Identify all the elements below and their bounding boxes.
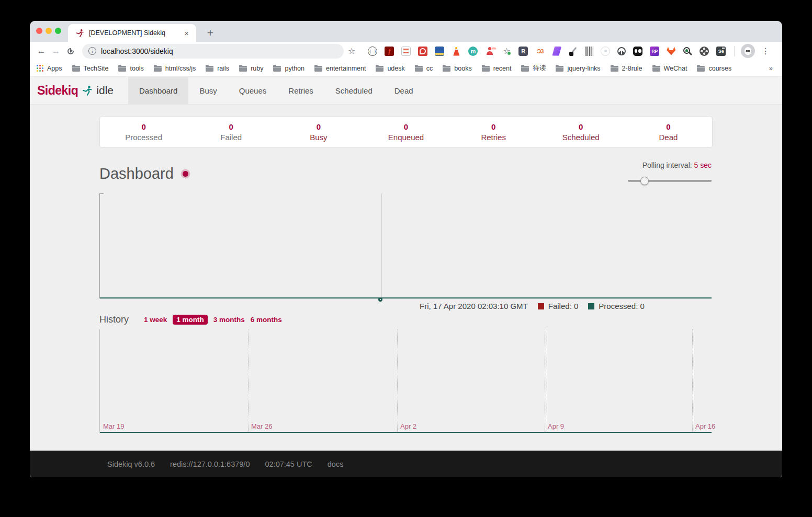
bookmark-folder-tools[interactable]: tools <box>118 65 143 72</box>
stat-dead[interactable]: 0 Dead <box>625 117 712 147</box>
sync-extension-icon[interactable] <box>617 47 626 55</box>
sidekiq-logo-text: Sidekiq <box>37 84 78 98</box>
bookmark-folder-wechat[interactable]: WeChat <box>652 65 687 72</box>
search-person-extension-icon[interactable] <box>683 47 692 56</box>
stat-label[interactable]: Retries <box>481 133 506 142</box>
bookmark-folder-cc[interactable]: cc <box>415 65 433 72</box>
range-1-week[interactable]: 1 week <box>144 316 167 324</box>
bookmark-apps[interactable]: Apps <box>37 65 62 72</box>
bookmark-folder-jquery-links[interactable]: jquery-links <box>556 65 600 72</box>
lighthouse-extension-icon[interactable] <box>452 47 461 56</box>
realtime-chart[interactable] <box>99 193 712 298</box>
tab-busy[interactable]: Busy <box>188 77 228 104</box>
tab-close-icon[interactable]: × <box>182 29 191 38</box>
sidekiq-brand-link[interactable]: Sidekiq idle <box>30 77 121 104</box>
film-reel-extension-icon[interactable] <box>700 47 709 56</box>
forward-icon[interactable]: → <box>49 44 63 59</box>
reload-icon[interactable] <box>63 44 78 59</box>
bookmark-folder-techsite[interactable]: TechSite <box>72 65 109 72</box>
folder-icon <box>652 66 660 72</box>
new-tab-button[interactable]: + <box>202 25 218 41</box>
browser-window: [DEVELOPMENT] Sidekiq × + ← → i localhos… <box>30 21 782 477</box>
stat-label[interactable]: Enqueued <box>388 133 424 142</box>
rp-extension-icon[interactable]: RP <box>650 47 659 56</box>
stat-label[interactable]: Busy <box>310 133 327 142</box>
barcode-extension-icon[interactable] <box>585 47 593 56</box>
window-zoom-button[interactable] <box>55 28 61 34</box>
stat-value: 0 <box>229 122 233 131</box>
bookmark-folder-python[interactable]: python <box>273 65 304 72</box>
bookmark-star-icon[interactable]: ☆ <box>348 46 355 56</box>
browser-menu-icon[interactable]: ⋮ <box>761 46 770 56</box>
bookmark-folder-courses[interactable]: courses <box>697 65 731 72</box>
gitlab-extension-icon[interactable] <box>667 47 675 55</box>
stat-label[interactable]: Dead <box>659 133 678 142</box>
bookmark-folder-ruby[interactable]: ruby <box>239 65 263 72</box>
stat-enqueued[interactable]: 0 Enqueued <box>362 117 449 147</box>
bookmark-folder-28rule[interactable]: 2-8rule <box>611 65 642 72</box>
window-close-button[interactable] <box>36 28 42 34</box>
bookmarks-overflow-icon[interactable]: » <box>769 64 773 72</box>
bookmark-label: books <box>454 65 471 72</box>
reader-extension-icon[interactable] <box>401 47 411 56</box>
footer-docs-link[interactable]: docs <box>328 460 344 468</box>
window-minimize-button[interactable] <box>46 28 52 34</box>
bookmark-label: rails <box>217 65 229 72</box>
bookmark-folder-daidu[interactable]: 待读 <box>521 64 546 73</box>
tab-scheduled[interactable]: Scheduled <box>324 77 384 104</box>
bookmark-label: 待读 <box>533 64 546 73</box>
bookmark-folder-entertainment[interactable]: entertainment <box>314 65 366 72</box>
live-beacon-icon <box>183 171 188 177</box>
purple-tag-extension-icon[interactable] <box>552 47 561 56</box>
slider-thumb[interactable] <box>640 177 649 185</box>
bookmark-folder-rails[interactable]: rails <box>206 65 229 72</box>
range-1-month[interactable]: 1 month <box>173 315 208 325</box>
dashboard-heading-row: Dashboard <box>99 165 188 182</box>
folder-icon <box>239 66 247 72</box>
bookmark-folder-udesk[interactable]: udesk <box>376 65 404 72</box>
stat-value: 0 <box>317 122 321 131</box>
brush-ink-extension-icon[interactable] <box>569 47 578 56</box>
back-icon[interactable]: ← <box>34 44 49 59</box>
toolbar-divider <box>734 46 735 56</box>
medium-extension-icon[interactable]: m <box>468 47 478 56</box>
bookmark-folder-recent[interactable]: recent <box>482 65 512 72</box>
flash-extension-icon[interactable]: f <box>385 47 394 56</box>
profile-avatar[interactable] <box>741 44 755 58</box>
tab-dead[interactable]: Dead <box>384 77 424 104</box>
red-app-extension-icon[interactable] <box>418 47 427 56</box>
site-info-icon[interactable]: i <box>88 47 96 55</box>
screenshot-extension-icon[interactable] <box>435 47 444 56</box>
range-6-months[interactable]: 6 months <box>251 316 282 324</box>
bookmark-folder-htmlcssjs[interactable]: html/css/js <box>154 65 196 72</box>
stat-retries[interactable]: 0 Retries <box>450 117 537 147</box>
browser-tab[interactable]: [DEVELOPMENT] Sidekiq × <box>68 24 196 42</box>
panda-extension-icon[interactable] <box>633 47 642 56</box>
sidekiq-footer: Sidekiq v6.0.6 redis://127.0.0.1:6379/0 … <box>30 451 782 477</box>
stat-label[interactable]: Scheduled <box>562 133 600 142</box>
r-letter-extension-icon[interactable]: R <box>518 47 528 56</box>
json-braces-extension-icon[interactable]: {…} <box>368 47 377 56</box>
selenium-extension-icon[interactable]: Se <box>716 47 726 56</box>
range-3-months[interactable]: 3 months <box>213 316 245 324</box>
stat-label: Processed <box>125 133 162 142</box>
star-badge-extension-icon[interactable]: ☆ <box>502 47 511 56</box>
tab-retries[interactable]: Retries <box>277 77 324 104</box>
bookmark-folder-books[interactable]: books <box>443 65 471 72</box>
tab-queues[interactable]: Queues <box>228 77 278 104</box>
bookmark-label: jquery-links <box>567 65 600 72</box>
stat-busy[interactable]: 0 Busy <box>275 117 362 147</box>
orange-d3-extension-icon[interactable]: Ɔ3 <box>535 47 545 56</box>
bookmark-label: courses <box>708 65 731 72</box>
tab-dashboard[interactable]: Dashboard <box>128 77 188 104</box>
react-extension-icon[interactable] <box>601 47 610 56</box>
polling-interval-slider[interactable] <box>628 177 712 185</box>
sidekiq-tabs: Dashboard Busy Queues Retries Scheduled … <box>128 77 424 104</box>
address-bar[interactable]: i localhost:3000/sidekiq <box>82 44 344 59</box>
bookmark-label: udesk <box>387 65 404 72</box>
stat-scheduled[interactable]: 0 Scheduled <box>537 117 625 147</box>
sidekiq-ninja-icon <box>82 85 93 96</box>
chart-hover-gridline <box>381 193 382 298</box>
persona-extension-icon[interactable] <box>485 47 494 56</box>
legend-processed-text: Processed: 0 <box>599 302 645 311</box>
